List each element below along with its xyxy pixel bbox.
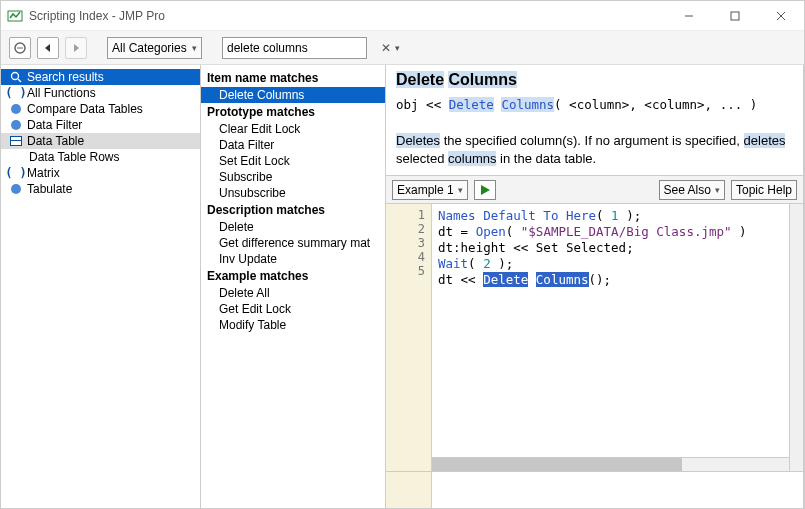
match-item[interactable]: Clear Edit Lock [201,121,385,137]
back-button[interactable] [37,37,59,59]
match-item[interactable]: Get Edit Lock [201,301,385,317]
group-description-matches: Description matches [201,201,385,219]
tree-item-tabulate[interactable]: Tabulate [1,181,200,197]
tree-label: Data Table [27,134,84,148]
filter-icon [9,118,23,132]
tree-label: Data Filter [27,118,82,132]
description-text: Deletes the specified column(s). If no a… [396,132,793,167]
see-also-select[interactable]: See Also ▾ [659,180,725,200]
match-item[interactable]: Delete All [201,285,385,301]
match-item[interactable]: Data Filter [201,137,385,153]
match-item[interactable]: Unsubscribe [201,185,385,201]
chevron-down-icon: ▾ [715,185,720,195]
tree-label: Data Table Rows [29,150,120,164]
example-toolbar: Example 1 ▾ See Also ▾ Topic Help [386,176,803,204]
parens-icon: ( ) [9,86,23,100]
matches-pane: Item name matches Delete Columns Prototy… [201,65,386,508]
toolbar: All Categories ▾ ✕ ▾ [1,31,804,65]
code-area: 1 2 3 4 5 Names Default To Here( 1 ); dt… [386,204,803,472]
tree-label: Matrix [27,166,60,180]
detail-title: Delete Columns [396,71,793,89]
tree-label: All Functions [27,86,96,100]
chevron-down-icon: ▾ [192,43,197,53]
tree-label: Tabulate [27,182,72,196]
group-prototype-matches: Prototype matches [201,103,385,121]
home-button[interactable] [9,37,31,59]
svg-point-7 [12,73,19,80]
tree-item-all-functions[interactable]: ( ) All Functions [1,85,200,101]
match-item[interactable]: Delete [201,219,385,235]
search-icon [9,70,23,84]
match-item[interactable]: Get difference summary mat [201,235,385,251]
tabulate-icon [9,182,23,196]
match-item[interactable]: Modify Table [201,317,385,333]
main-body: Search results ( ) All Functions Compare… [1,65,804,508]
run-script-button[interactable] [474,180,496,200]
group-example-matches: Example matches [201,267,385,285]
tree-item-data-filter[interactable]: Data Filter [1,117,200,133]
close-button[interactable] [758,1,804,31]
compare-icon [9,102,23,116]
search-box: ✕ ▾ [222,37,367,59]
match-item[interactable]: Subscribe [201,169,385,185]
code-editor[interactable]: Names Default To Here( 1 ); dt = Open( "… [432,204,803,471]
tree-search-results[interactable]: Search results [1,69,200,85]
tree-label: Search results [27,70,104,84]
match-item[interactable]: Set Edit Lock [201,153,385,169]
vertical-scrollbar[interactable] [789,204,803,471]
svg-rect-2 [731,12,739,20]
search-options-icon[interactable]: ▾ [391,43,404,53]
category-select[interactable]: All Categories ▾ [107,37,202,59]
app-icon [7,8,23,24]
forward-button[interactable] [65,37,87,59]
tree-item-compare-data-tables[interactable]: Compare Data Tables [1,101,200,117]
titlebar: Scripting Index - JMP Pro [1,1,804,31]
detail-pane: Delete Columns obj << Delete Columns( <c… [386,65,804,508]
search-input[interactable] [223,41,381,55]
line-gutter: 1 2 3 4 5 [386,204,432,471]
match-item[interactable]: Inv Update [201,251,385,267]
window-controls [666,1,804,31]
parens-icon: ( ) [9,166,23,180]
group-item-name-matches: Item name matches [201,69,385,87]
output-gutter [386,472,432,508]
app-window: Scripting Index - JMP Pro All Categories… [0,0,805,509]
minimize-button[interactable] [666,1,712,31]
description-area: Delete Columns obj << Delete Columns( <c… [386,65,803,176]
tree-item-matrix[interactable]: ( ) Matrix [1,165,200,181]
window-title: Scripting Index - JMP Pro [29,9,666,23]
category-label: All Categories [112,41,187,55]
tree-item-data-table-rows[interactable]: Data Table Rows [1,149,200,165]
horizontal-scrollbar[interactable] [432,457,789,471]
topic-help-button[interactable]: Topic Help [731,180,797,200]
example-select[interactable]: Example 1 ▾ [392,180,468,200]
data-table-icon [9,134,23,148]
clear-search-icon[interactable]: ✕ [381,41,391,55]
tree-label: Compare Data Tables [27,102,143,116]
chevron-down-icon: ▾ [458,185,463,195]
output-area [386,472,803,508]
maximize-button[interactable] [712,1,758,31]
match-item[interactable]: Delete Columns [201,87,385,103]
signature: obj << Delete Columns( <column>, <column… [396,97,793,112]
svg-line-8 [18,79,21,82]
tree-item-data-table[interactable]: Data Table [1,133,200,149]
category-tree-pane: Search results ( ) All Functions Compare… [1,65,201,508]
